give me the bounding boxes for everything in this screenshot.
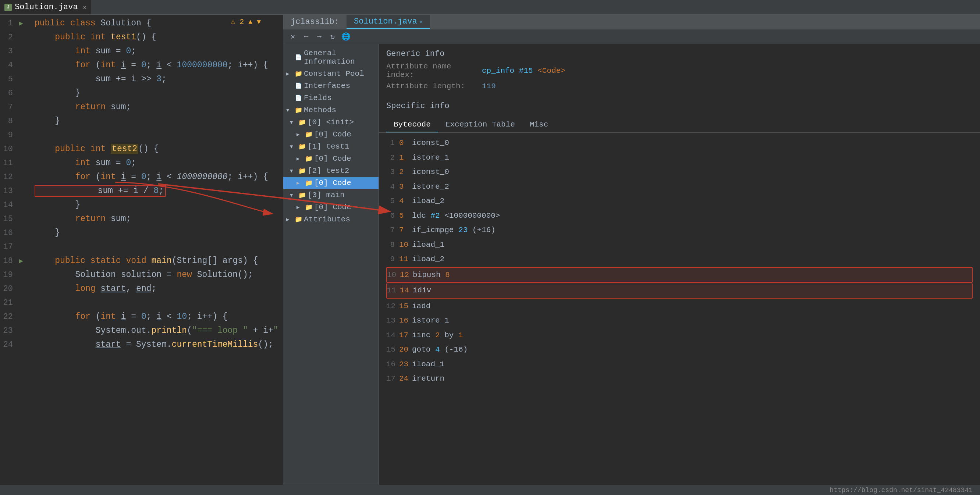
tree-arrow-test1-code: ▶ (296, 155, 303, 162)
line-num-11: 11 (0, 159, 17, 168)
jcl-tab-solution[interactable]: Solution.java ✕ (347, 15, 430, 29)
code-line-21: 21 (0, 296, 283, 309)
globe-btn[interactable]: 🌐 (340, 31, 352, 43)
line-num-9: 9 (0, 130, 17, 140)
line-num-20: 20 (0, 284, 17, 294)
code-line-2: 2 public int test1() { (0, 30, 283, 44)
bytecode-tab-bytecode[interactable]: Bytecode (386, 117, 438, 132)
bc-row-7: 7 7 if_icmpge 23 (+16) (386, 223, 973, 238)
tree-item-general-info[interactable]: 📄 General Information (283, 47, 379, 68)
tree-item-init[interactable]: ▼ 📁 [0] <init> (283, 116, 379, 129)
warning-chevron-down[interactable]: ▼ (257, 18, 261, 26)
folder-icon-main: 📁 (298, 192, 306, 198)
bc-row-12: 12 15 iadd (386, 299, 973, 314)
tab-solution-java[interactable]: J Solution.java ✕ (0, 0, 91, 14)
line-num-2: 2 (0, 33, 17, 42)
code-line-4: 4 for (int i = 0; i < 1000000000; i++) { (0, 58, 283, 72)
tree-item-methods[interactable]: ▼ 📁 Methods (283, 104, 379, 116)
code-line-16: 16 } (0, 226, 283, 240)
close-icon: ✕ (291, 32, 295, 41)
code-text-15: return sum; (33, 212, 132, 225)
tree-item-fields[interactable]: 📄 Fields (283, 92, 379, 104)
tree-item-constant-pool[interactable]: ▶ 📁 Constant Pool (283, 68, 379, 80)
refresh-btn[interactable]: ↻ (327, 31, 339, 43)
tree-item-interfaces[interactable]: 📄 Interfaces (283, 80, 379, 92)
line-num-3: 3 (0, 47, 17, 56)
line-num-8: 8 (0, 117, 17, 126)
code-line-17: 17 (0, 240, 283, 254)
warning-chevron-up[interactable]: ▲ (248, 18, 252, 26)
bc-row-1: 1 0 iconst_0 (386, 136, 973, 151)
folder-icon-test2-code: 📁 (305, 180, 313, 186)
tab-label: Solution.java (15, 3, 78, 12)
code-line-3: 3 int sum = 0; (0, 44, 283, 58)
warning-icon: ⚠ (231, 17, 235, 26)
close-btn[interactable]: ✕ (287, 31, 299, 43)
jclasslib-tab-bar: jclasslib: Solution.java ✕ (283, 15, 980, 29)
line-num-6: 6 (0, 89, 17, 98)
tree-item-main-code[interactable]: ▶ 📁 [0] Code (283, 201, 379, 213)
warning-count: 2 (239, 17, 244, 26)
code-text-9 (33, 134, 36, 136)
code-line-13: 13 sum += i / 8; (0, 184, 283, 198)
file-icon-fields: 📄 (294, 95, 302, 102)
jcl-tab-jclasslib[interactable]: jclasslib: (283, 15, 347, 29)
generic-info-title: Generic info (386, 49, 973, 59)
line-num-12: 12 (0, 173, 17, 182)
tree-label-test1: [1] test1 (307, 142, 349, 151)
attr-name-row: Attribute name index: cp_info #15 <Code> (386, 62, 973, 79)
tab-bar: J Solution.java ✕ (0, 0, 980, 15)
bytecode-tab-misc[interactable]: Misc (522, 117, 555, 132)
bc-row-16: 16 23 iload_1 (386, 357, 973, 372)
code-line-15: 15 return sum; (0, 212, 283, 226)
attr-name-link[interactable]: cp_info #15 (482, 67, 533, 75)
code-text-22: for (int i = 0; i < 10; i++) { (33, 310, 229, 323)
line-num-13: 13 (0, 186, 17, 196)
main-area: 1 ▶ public class Solution { 2 public int… (0, 15, 980, 485)
code-line-19: 19 Solution solution = new Solution(); (0, 268, 283, 282)
folder-icon-main-code: 📁 (305, 204, 313, 211)
bc-link-goto[interactable]: 4 (435, 345, 440, 354)
line-num-14: 14 (0, 200, 17, 209)
code-text-5: sum += i >> 3; (33, 73, 168, 86)
code-line-8: 8 } (0, 114, 283, 128)
attr-length-label: Attribute length: (386, 82, 482, 90)
tree-panel: 📄 General Information ▶ 📁 Constant Pool … (283, 44, 379, 485)
forward-btn[interactable]: → (313, 31, 325, 43)
tree-item-test2[interactable]: ▼ 📁 [2] test2 (283, 165, 379, 177)
tab-close-btn[interactable]: ✕ (83, 4, 87, 11)
tree-item-main[interactable]: ▼ 📁 [3] main (283, 189, 379, 201)
tree-item-attributes[interactable]: ▶ 📁 Attributes (283, 213, 379, 225)
tree-item-init-code[interactable]: ▶ 📁 [0] Code (283, 129, 379, 141)
tree-label-methods: Methods (304, 106, 336, 114)
line-num-18: 18 (0, 256, 17, 265)
generic-info-section: Generic info Attribute name index: cp_in… (379, 44, 980, 96)
warning-badge: ⚠ 2 ▲ ▼ (231, 17, 261, 26)
jclasslib-panel: jclasslib: Solution.java ✕ ✕ ← → ↻ 🌐 (283, 15, 980, 485)
tree-item-test1-code[interactable]: ▶ 📁 [0] Code (283, 152, 379, 165)
bytecode-tab-exception[interactable]: Exception Table (438, 117, 522, 132)
bc-link-ldc[interactable]: #2 (430, 211, 440, 220)
tree-arrow-main-code: ▶ (296, 204, 303, 210)
jcl-tab-close[interactable]: ✕ (419, 18, 423, 25)
bytecode-tab-bytecode-label: Bytecode (394, 120, 431, 129)
code-line-24: 24 start = System.currentTimeMillis(); (0, 338, 283, 352)
bc-row-13: 13 16 istore_1 (386, 313, 973, 328)
specific-info-title: Specific info (386, 102, 973, 111)
tree-arrow-test1: ▼ (290, 144, 296, 150)
tree-item-test2-code[interactable]: ▶ 📁 [0] Code (283, 177, 379, 189)
code-text-13: sum += i / 8; (33, 184, 167, 197)
back-btn[interactable]: ← (300, 31, 312, 43)
code-content: 1 ▶ public class Solution { 2 public int… (0, 15, 283, 485)
tree-label-main: [3] main (307, 191, 345, 199)
line-marker-18: ▶ (17, 257, 26, 265)
code-line-6: 6 } (0, 86, 283, 100)
bc-link-if[interactable]: 23 (458, 226, 468, 234)
bc-row-6: 6 5 ldc #2 <1000000000> (386, 208, 973, 223)
tree-item-test1[interactable]: ▼ 📁 [1] test1 (283, 141, 379, 152)
tree-label-fields: Fields (304, 94, 332, 102)
code-text-2: public int test1() { (33, 30, 158, 44)
bytecode-tab-exception-label: Exception Table (445, 120, 515, 129)
tree-arrow-attributes: ▶ (286, 216, 293, 222)
folder-icon-methods: 📁 (294, 107, 302, 114)
